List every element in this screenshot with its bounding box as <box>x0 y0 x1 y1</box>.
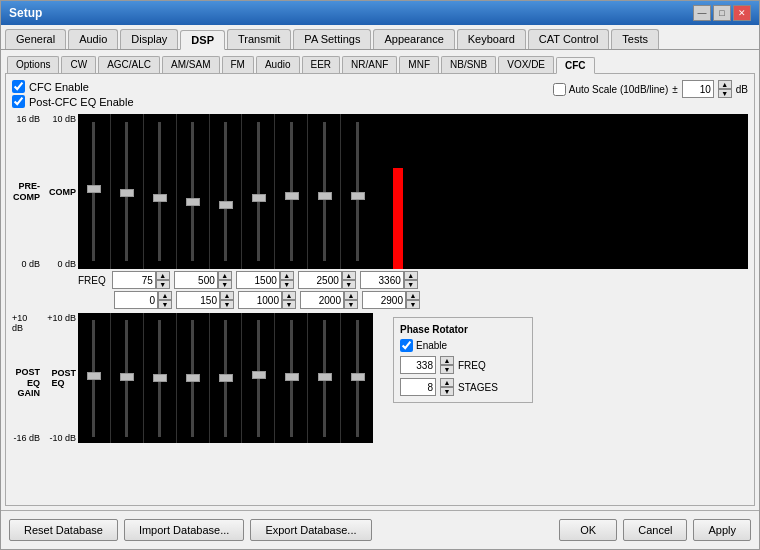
auto-scale-checkbox[interactable] <box>553 83 566 96</box>
sub-tab-fm[interactable]: FM <box>222 56 254 73</box>
eq-handle-1[interactable] <box>87 372 101 380</box>
cfc-enable-checkbox-label[interactable]: CFC Enable <box>12 80 134 93</box>
post-cfc-eq-checkbox[interactable] <box>12 95 25 108</box>
freq-val-2000[interactable] <box>300 291 344 309</box>
window-controls: — □ ✕ <box>693 5 751 21</box>
tab-transmit[interactable]: Transmit <box>227 29 291 49</box>
sub-tab-cfc[interactable]: CFC <box>556 57 595 74</box>
sub-tab-mnf[interactable]: MNF <box>399 56 439 73</box>
eq-handle-5[interactable] <box>219 374 233 382</box>
sub-tab-nr-anf[interactable]: NR/ANF <box>342 56 397 73</box>
eq-handle-2[interactable] <box>120 373 134 381</box>
import-database-button[interactable]: Import Database... <box>124 519 245 541</box>
freq-3360-up[interactable]: ▲ <box>404 271 418 280</box>
freq-val-0[interactable] <box>114 291 158 309</box>
freq-150-down[interactable]: ▼ <box>220 300 234 309</box>
phase-stages-up[interactable]: ▲ <box>440 378 454 387</box>
sub-tab-agc-alc[interactable]: AGC/ALC <box>98 56 160 73</box>
sub-tab-options[interactable]: Options <box>7 56 59 73</box>
comp-handle-4[interactable] <box>186 198 200 206</box>
eq-handle-3[interactable] <box>153 374 167 382</box>
eq-handle-8[interactable] <box>318 373 332 381</box>
comp-bot-db: 0 dB <box>21 259 40 269</box>
freq-2500-down[interactable]: ▼ <box>342 280 356 289</box>
comp-handle-2[interactable] <box>120 189 134 197</box>
freq-1000-up[interactable]: ▲ <box>282 291 296 300</box>
eq-handle-6[interactable] <box>252 371 266 379</box>
cfc-enable-checkbox[interactable] <box>12 80 25 93</box>
freq-1500-down[interactable]: ▼ <box>280 280 294 289</box>
tab-general[interactable]: General <box>5 29 66 49</box>
close-button[interactable]: ✕ <box>733 5 751 21</box>
eq-handle-4[interactable] <box>186 374 200 382</box>
freq-val-75[interactable] <box>112 271 156 289</box>
tab-appearance[interactable]: Appearance <box>373 29 454 49</box>
tab-display[interactable]: Display <box>120 29 178 49</box>
phase-freq-input[interactable] <box>400 356 436 374</box>
phase-freq-down[interactable]: ▼ <box>440 365 454 374</box>
freq-2500-up[interactable]: ▲ <box>342 271 356 280</box>
comp-handle-9[interactable] <box>351 192 365 200</box>
phase-enable-label[interactable]: Enable <box>400 339 526 352</box>
freq-150-up[interactable]: ▲ <box>220 291 234 300</box>
tab-pa-settings[interactable]: PA Settings <box>293 29 371 49</box>
freq-2900-down[interactable]: ▼ <box>406 300 420 309</box>
sub-tab-vox-de[interactable]: VOX/DE <box>498 56 554 73</box>
eq-handle-7[interactable] <box>285 373 299 381</box>
sub-tab-am-sam[interactable]: AM/SAM <box>162 56 219 73</box>
freq-2000-down[interactable]: ▼ <box>344 300 358 309</box>
freq-val-500[interactable] <box>174 271 218 289</box>
post-cfc-eq-checkbox-label[interactable]: Post-CFC EQ Enable <box>12 95 134 108</box>
phase-stages-input[interactable] <box>400 378 436 396</box>
comp-handle-7[interactable] <box>285 192 299 200</box>
freq-75-down[interactable]: ▼ <box>156 280 170 289</box>
freq-0-down[interactable]: ▼ <box>158 300 172 309</box>
cancel-button[interactable]: Cancel <box>623 519 687 541</box>
freq-val-150[interactable] <box>176 291 220 309</box>
tab-cat-control[interactable]: CAT Control <box>528 29 610 49</box>
comp-handle-8[interactable] <box>318 192 332 200</box>
freq-500-down[interactable]: ▼ <box>218 280 232 289</box>
auto-scale-up[interactable]: ▲ <box>718 80 732 89</box>
freq-val-2900[interactable] <box>362 291 406 309</box>
auto-scale-checkbox-label[interactable]: Auto Scale (10dB/line) <box>553 83 669 96</box>
minimize-button[interactable]: — <box>693 5 711 21</box>
auto-scale-down[interactable]: ▼ <box>718 89 732 98</box>
eq-handle-9[interactable] <box>351 373 365 381</box>
freq-1000-down[interactable]: ▼ <box>282 300 296 309</box>
tab-keyboard[interactable]: Keyboard <box>457 29 526 49</box>
freq-0-up[interactable]: ▲ <box>158 291 172 300</box>
freq-2000-up[interactable]: ▲ <box>344 291 358 300</box>
tab-tests[interactable]: Tests <box>611 29 659 49</box>
maximize-button[interactable]: □ <box>713 5 731 21</box>
phase-stages-down[interactable]: ▼ <box>440 387 454 396</box>
comp-handle-3[interactable] <box>153 194 167 202</box>
auto-scale-value[interactable] <box>682 80 714 98</box>
comp-right-top: 10 dB <box>52 114 76 124</box>
comp-handle-6[interactable] <box>252 194 266 202</box>
apply-button[interactable]: Apply <box>693 519 751 541</box>
freq-75-up[interactable]: ▲ <box>156 271 170 280</box>
freq-val-1500[interactable] <box>236 271 280 289</box>
phase-stages-label: STAGES <box>458 382 503 393</box>
sub-tab-audio[interactable]: Audio <box>256 56 300 73</box>
ok-button[interactable]: OK <box>559 519 617 541</box>
freq-500-up[interactable]: ▲ <box>218 271 232 280</box>
phase-freq-up[interactable]: ▲ <box>440 356 454 365</box>
freq-val-3360[interactable] <box>360 271 404 289</box>
tab-audio[interactable]: Audio <box>68 29 118 49</box>
tab-dsp[interactable]: DSP <box>180 30 225 50</box>
comp-handle-5[interactable] <box>219 201 233 209</box>
freq-val-1000[interactable] <box>238 291 282 309</box>
export-database-button[interactable]: Export Database... <box>250 519 371 541</box>
phase-enable-checkbox[interactable] <box>400 339 413 352</box>
sub-tab-cw[interactable]: CW <box>61 56 96 73</box>
sub-tab-nb-snb[interactable]: NB/SNB <box>441 56 496 73</box>
freq-1500-up[interactable]: ▲ <box>280 271 294 280</box>
freq-val-2500[interactable] <box>298 271 342 289</box>
freq-3360-down[interactable]: ▼ <box>404 280 418 289</box>
comp-handle-1[interactable] <box>87 185 101 193</box>
sub-tab-eer[interactable]: EER <box>302 56 341 73</box>
freq-2900-up[interactable]: ▲ <box>406 291 420 300</box>
reset-database-button[interactable]: Reset Database <box>9 519 118 541</box>
